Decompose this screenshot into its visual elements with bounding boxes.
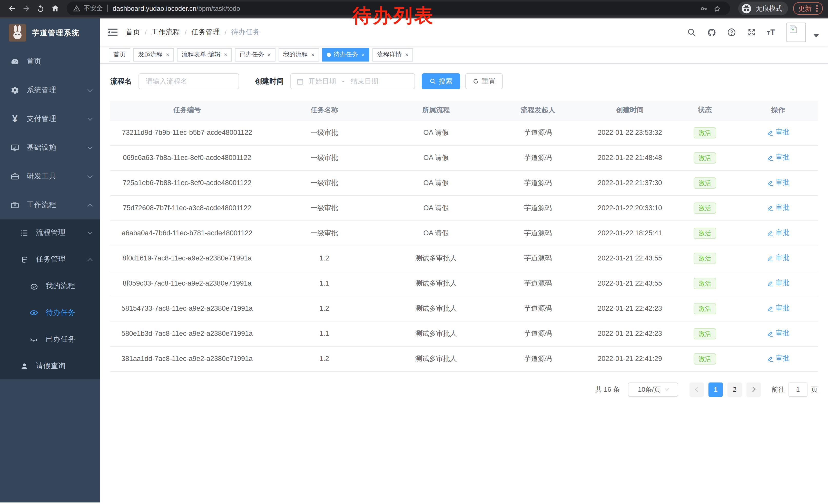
tab-close-icon[interactable]: × [267,51,271,58]
status-badge: 激活 [694,177,716,188]
tab-close-icon[interactable]: × [361,51,365,58]
table-row[interactable]: a6aba0a4-7b6d-11ec-b781-acde48001122 一级审… [110,221,818,245]
edit-pencil-icon [767,154,774,161]
user-menu-caret-icon[interactable] [814,34,819,37]
date-range-input[interactable]: 开始日期 - 结束日期 [290,73,415,89]
reload-button[interactable] [34,2,47,15]
table-row[interactable]: 8f059c03-7ac8-11ec-a9e2-a2380e71991a 1.1… [110,271,818,296]
password-key-button[interactable] [697,2,710,15]
table-column-header: 所属流程 [385,101,487,120]
tab-close-icon[interactable]: × [311,51,315,58]
sidebar-item-todo-tasks[interactable]: 待办任务 [0,300,100,326]
approve-button[interactable]: 审批 [767,279,790,288]
reset-button[interactable]: 重置 [465,73,503,89]
cell-task-name: 1.1 [264,321,385,346]
approve-button[interactable]: 审批 [767,153,790,162]
cell-task-id: 58154733-7ac8-11ec-a9e2-a2380e71991a [110,296,264,321]
approve-button[interactable]: 审批 [767,178,790,187]
table-row[interactable]: 580e1b3d-7ac8-11ec-a9e2-a2380e71991a 1.1… [110,321,818,346]
bookmark-star-button[interactable] [710,2,724,15]
browser-menu-icon[interactable] [816,5,818,12]
sidebar-item-task-mgmt[interactable]: 任务管理 [0,246,100,273]
home-button[interactable] [48,2,61,15]
tab[interactable]: 我的流程 × [279,48,319,61]
tab[interactable]: 已办任务 × [235,48,276,61]
chevron-left-icon [695,387,700,392]
sidebar-item-process-mgmt[interactable]: 流程管理 [0,220,100,246]
app-logo-row[interactable]: 芋道管理系统 [0,18,100,47]
total-count: 共 16 条 [595,385,620,394]
page-number-button[interactable]: 2 [728,382,742,397]
sidebar-item-label: 工作流程 [27,200,56,210]
approve-button[interactable]: 审批 [767,329,790,338]
tab-close-icon[interactable]: × [224,51,227,58]
table-row[interactable]: 069c6a63-7b8a-11ec-8ef0-acde48001122 一级审… [110,145,818,170]
breadcrumb-item[interactable]: 任务管理 [191,28,220,37]
table-row[interactable]: 725a1eb6-7b88-11ec-8ef0-acde48001122 一级审… [110,170,818,195]
table-row[interactable]: 75d72608-7b7f-11ec-a3c8-acde48001122 一级审… [110,195,818,221]
table-row[interactable]: 381aa1dd-7ac8-11ec-a9e2-a2380e71991a 1.2… [110,346,818,371]
approve-button[interactable]: 审批 [767,354,790,363]
page-content: 流程名 创建时间 开始日期 - 结束日期 搜索 [100,63,828,502]
tab[interactable]: 待办任务 × [322,48,369,61]
table-row[interactable]: 8f0d1619-7ac8-11ec-a9e2-a2380e71991a 1.2… [110,245,818,271]
search-button[interactable]: 搜索 [422,73,460,89]
tab-close-icon[interactable]: × [405,51,408,58]
reload-icon [36,4,45,12]
sidebar-collapse-button[interactable] [107,27,118,37]
sidebar-item-system[interactable]: 系统管理 [0,76,100,104]
sidebar-item-infra[interactable]: 基础设施 [0,133,100,162]
approve-button[interactable]: 审批 [767,254,790,263]
security-label: 不安全 [84,4,103,13]
tab-close-icon[interactable]: × [166,51,169,58]
process-name-input[interactable] [138,73,239,89]
cell-created-time: 2022-01-22 18:25:41 [588,221,671,245]
sidebar-item-leave-query[interactable]: 请假查询 [0,353,100,379]
page-number-button[interactable]: 1 [708,382,723,397]
table-row[interactable]: 73211d9d-7b9b-11ec-b5b7-acde48001122 一级审… [110,120,818,145]
cell-process: OA 请假 [385,195,487,221]
cell-starter: 芋道源码 [487,145,588,170]
fullscreen-icon [747,28,756,37]
workflow-submenu: 流程管理 任务管理 我的流程 [0,220,100,379]
tab[interactable]: 流程表单-编辑 × [177,48,232,61]
breadcrumb-item[interactable]: 首页 [126,28,140,37]
cell-task-name: 一级审批 [264,145,385,170]
url-separator [107,5,108,12]
tab[interactable]: 流程详情 × [372,48,413,61]
tree-list-icon [19,228,29,237]
approve-button[interactable]: 审批 [767,228,790,238]
page-size-select[interactable]: 10条/页 [628,382,678,397]
sidebar-item-home[interactable]: 首页 [0,47,100,76]
tab[interactable]: 首页 [109,48,130,61]
approve-button[interactable]: 审批 [767,304,790,313]
back-button[interactable] [5,2,18,15]
github-button[interactable] [706,27,717,37]
range-separator: - [342,78,344,85]
prev-page-button[interactable] [690,382,704,397]
header-search-button[interactable] [687,27,697,37]
cell-created-time: 2022-01-21 22:42:23 [588,321,671,346]
tab[interactable]: 发起流程 × [133,48,174,61]
sidebar-item-pay[interactable]: ¥ 支付管理 [0,104,100,133]
cell-created-time: 2022-01-22 20:33:10 [588,195,671,221]
avatar[interactable] [786,22,806,42]
sidebar-item-dev[interactable]: 研发工具 [0,162,100,191]
sidebar-item-workflow[interactable]: 工作流程 [0,191,100,220]
sidebar-item-my-process[interactable]: 我的流程 [0,273,100,300]
breadcrumb-item[interactable]: 工作流程 [151,28,180,37]
edit-pencil-icon [767,179,774,186]
next-page-button[interactable] [746,382,761,397]
font-size-button[interactable]: TT [767,27,777,37]
goto-page-input[interactable] [788,382,808,397]
table-row[interactable]: 58154733-7ac8-11ec-a9e2-a2380e71991a 1.2… [110,296,818,321]
help-button[interactable] [727,27,737,37]
forward-button[interactable] [19,2,33,15]
browser-update-chip[interactable]: 更新 [793,2,823,15]
cell-created-time: 2022-01-21 22:42:23 [588,296,671,321]
fullscreen-button[interactable] [746,27,757,37]
approve-button[interactable]: 审批 [767,128,790,137]
sidebar-item-done-tasks[interactable]: 已办任务 [0,326,100,353]
cell-task-id: 069c6a63-7b8a-11ec-8ef0-acde48001122 [110,145,264,170]
approve-button[interactable]: 审批 [767,203,790,213]
